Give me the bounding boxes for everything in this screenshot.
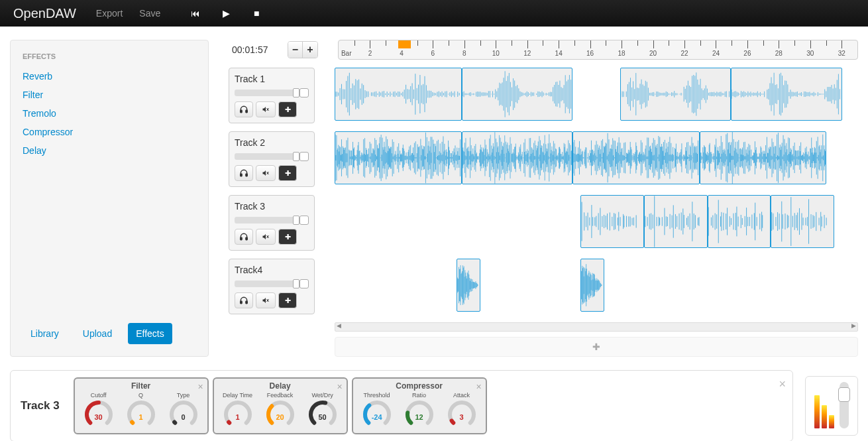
timeline-label: 22 — [680, 50, 688, 57]
track-volume-slider[interactable] — [235, 88, 309, 97]
track-lane[interactable] — [335, 131, 858, 186]
effect-item-filter[interactable]: Filter — [23, 86, 196, 104]
headphones-button[interactable] — [235, 165, 253, 181]
fx-box-compressor: Compressor × Threshold -24 Ratio 12 Atta… — [352, 377, 487, 434]
master-panel — [805, 376, 858, 436]
track-mute-toggle[interactable] — [299, 88, 309, 97]
knob-threshold[interactable]: -24 — [362, 400, 392, 429]
track-name: Track 3 — [235, 201, 309, 212]
fx-title: Delay — [218, 381, 343, 391]
meter-bar — [829, 415, 834, 428]
effect-item-delay[interactable]: Delay — [23, 141, 196, 160]
knob-cutoff[interactable]: 30 — [84, 400, 113, 429]
knob-ratio[interactable]: 12 — [405, 400, 434, 429]
knob-delaytime[interactable]: 1 — [223, 400, 252, 429]
fx-title: Filter — [79, 381, 203, 391]
audio-clip[interactable] — [580, 259, 604, 312]
headphones-button[interactable] — [235, 229, 253, 245]
zoom-out-button[interactable]: − — [288, 42, 303, 58]
fx-close-icon[interactable]: × — [197, 381, 203, 392]
track-volume-slider[interactable] — [235, 279, 309, 288]
headphones-button[interactable] — [235, 292, 253, 308]
timeline-label: 20 — [649, 50, 657, 57]
knob-value: 1 — [223, 413, 252, 421]
mute-button[interactable] — [256, 101, 276, 117]
audio-clip[interactable] — [580, 195, 644, 248]
effect-item-reverb[interactable]: Reverb — [23, 67, 196, 86]
main-area: 00:01:57 − + Bar246810121416182022242628… — [229, 40, 858, 357]
close-fx-panel-icon[interactable]: × — [779, 377, 786, 391]
horizontal-scrollbar[interactable] — [335, 322, 858, 332]
audio-clip[interactable] — [572, 131, 700, 184]
knob-label: Attack — [442, 392, 482, 399]
track-header: Track 1 ✚ — [229, 68, 315, 123]
timeline-label: 28 — [775, 50, 783, 57]
track-volume-slider[interactable] — [235, 152, 309, 161]
audio-clip[interactable] — [731, 68, 842, 121]
master-volume-slider[interactable] — [840, 382, 849, 428]
timeline-label: 30 — [806, 50, 814, 57]
svg-rect-1 — [246, 110, 247, 113]
audio-clip[interactable] — [462, 131, 573, 184]
timeline-ruler[interactable]: Bar2468101214161820222426283032 — [338, 40, 858, 60]
track-row: Track 3 ✚ — [229, 195, 858, 251]
zoom-in-button[interactable]: + — [303, 42, 317, 58]
audio-clip[interactable] — [771, 195, 834, 248]
rewind-button[interactable]: ⏮ — [190, 8, 201, 19]
fx-close-icon[interactable]: × — [337, 381, 342, 392]
svg-rect-132 — [241, 301, 242, 304]
track-mute-toggle[interactable] — [299, 152, 309, 161]
audio-clip[interactable] — [457, 259, 480, 312]
effect-item-tremolo[interactable]: Tremolo — [23, 104, 196, 123]
add-effect-button[interactable]: ✚ — [278, 292, 297, 308]
tab-effects[interactable]: Effects — [128, 323, 172, 344]
audio-clip[interactable] — [462, 68, 573, 121]
navbar: OpenDAW Export Save ⏮ ▶ ■ — [0, 0, 868, 27]
svg-rect-5 — [246, 174, 247, 176]
track-lane[interactable] — [335, 68, 858, 122]
track-mute-toggle[interactable] — [299, 279, 309, 288]
stop-button[interactable]: ■ — [251, 8, 262, 19]
headphones-button[interactable] — [235, 101, 253, 117]
track-volume-slider[interactable] — [235, 216, 309, 225]
fx-close-icon[interactable]: × — [476, 381, 481, 392]
audio-clip[interactable] — [335, 131, 462, 184]
timeline-label: 2 — [368, 50, 372, 57]
knob-feedback[interactable]: 20 — [266, 400, 295, 429]
add-track-button[interactable]: ✚ — [335, 337, 858, 357]
track-lane[interactable] — [335, 195, 858, 249]
export-link[interactable]: Export — [96, 8, 123, 19]
track-row: Track4 ✚ — [229, 259, 858, 314]
track-header: Track 2 ✚ — [229, 131, 315, 187]
track-lane[interactable] — [335, 259, 858, 313]
fx-box-filter: Filter × Cutoff 30 Q 1 Type 0 — [74, 377, 209, 434]
add-effect-button[interactable]: ✚ — [278, 165, 297, 181]
time-display: 00:01:57 — [232, 44, 285, 55]
tab-upload[interactable]: Upload — [75, 323, 120, 344]
knob-label: Wet/Dry — [303, 392, 343, 399]
audio-clip[interactable] — [620, 68, 732, 121]
knob-type[interactable]: 0 — [169, 400, 198, 429]
audio-clip[interactable] — [700, 131, 827, 184]
audio-clip[interactable] — [708, 195, 771, 248]
knob-wetdry[interactable]: 50 — [308, 400, 337, 429]
sidebar-heading: Effects — [23, 52, 196, 60]
playhead-marker[interactable] — [398, 40, 411, 48]
add-effect-button[interactable]: ✚ — [278, 229, 297, 245]
knob-value: 1 — [127, 413, 156, 421]
knob-q[interactable]: 1 — [127, 400, 156, 429]
knob-label: Cutoff — [79, 392, 119, 399]
mute-button[interactable] — [256, 229, 276, 245]
effect-item-compressor[interactable]: Compressor — [23, 123, 196, 141]
knob-attack[interactable]: 3 — [447, 400, 476, 429]
audio-clip[interactable] — [644, 195, 708, 248]
mute-button[interactable] — [256, 165, 276, 181]
audio-clip[interactable] — [335, 68, 462, 121]
play-button[interactable]: ▶ — [221, 8, 231, 19]
save-link[interactable]: Save — [139, 8, 160, 19]
mute-button[interactable] — [256, 292, 276, 308]
track-header: Track4 ✚ — [229, 259, 315, 314]
tab-library[interactable]: Library — [23, 323, 67, 344]
add-effect-button[interactable]: ✚ — [278, 101, 297, 117]
track-mute-toggle[interactable] — [299, 216, 309, 225]
